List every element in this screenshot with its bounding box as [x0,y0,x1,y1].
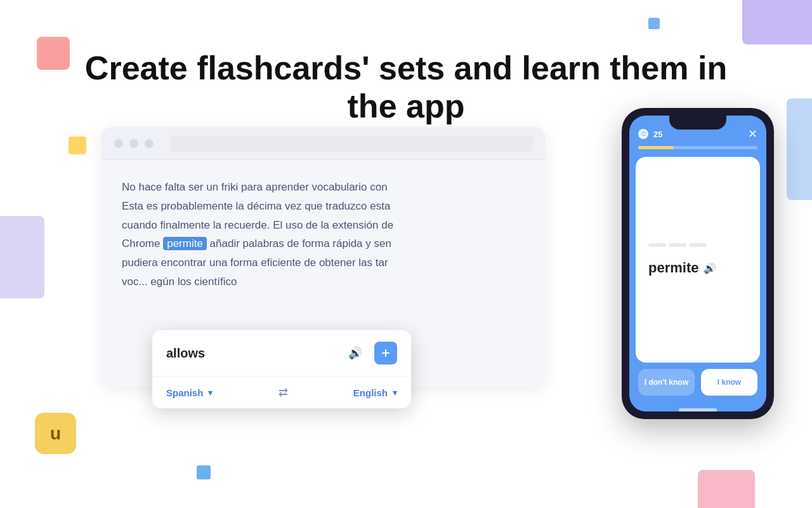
phone-progress-bar [638,146,757,149]
phone-mockup: ⏱ 25 ✕ permite 🔊 I don't know I know [622,108,774,419]
browser-text-line1: No hace falta ser un friki para aprender… [122,178,525,197]
deco-blue-dot [648,18,660,29]
card-dot-2 [669,243,686,247]
card-dots [648,243,707,247]
phone-home-indicator [679,408,717,411]
translation-popup: allows 🔊 Spanish ▾ ⇄ English ▾ [152,330,411,408]
deco-lavender-rect [0,216,44,298]
phone-screen: ⏱ 25 ✕ permite 🔊 I don't know I know [629,116,766,411]
highlighted-word[interactable]: permite [163,237,207,250]
deco-pink-square [37,37,70,70]
dont-know-button[interactable]: I don't know [638,369,695,396]
source-lang-chevron-icon: ▾ [208,388,213,398]
deco-pink-br [698,470,755,508]
browser-text-line6: voc... egún los científico [122,272,525,291]
source-language-selector[interactable]: Spanish ▾ [166,387,213,398]
browser-url-bar[interactable] [170,135,533,152]
popup-add-button[interactable] [374,342,397,364]
phone-bottom-buttons: I don't know I know [629,363,766,406]
browser-text-line4: Chrome permite añadir palabras de forma … [122,234,525,253]
browser-content: No hace falta ser un friki para aprender… [102,160,546,309]
phone-notch [669,116,726,130]
card-dot-3 [689,243,707,247]
phone-flashcard[interactable]: permite 🔊 [636,157,760,363]
browser-text-line2: Esta es probablemente la décima vez que … [122,197,525,216]
popup-lang-row: Spanish ▾ ⇄ English ▾ [152,377,411,408]
card-dot-1 [648,243,666,247]
browser-bar [102,127,546,160]
target-language-label: English [353,387,388,398]
swap-languages-button[interactable]: ⇄ [278,385,288,399]
know-button[interactable]: I know [701,369,757,396]
browser-dot-1 [114,139,123,148]
deco-yellow-square [69,137,86,154]
target-language-selector[interactable]: English ▾ [353,387,397,398]
browser-dot-3 [145,139,154,148]
source-language-label: Spanish [166,387,203,398]
deco-blue-right [787,98,812,200]
popup-translation-row: allows 🔊 [152,330,411,377]
deco-purple-rect [742,0,812,44]
browser-text-line5: pudiera encontrar una forma eficiente de… [122,253,525,272]
timer-icon: ⏱ [638,129,648,139]
phone-close-button[interactable]: ✕ [748,127,757,141]
flashcard-word: permite 🔊 [648,260,716,276]
timer-value: 25 [653,130,662,139]
browser-dot-2 [129,139,138,148]
popup-sound-button[interactable]: 🔊 [344,342,367,364]
browser-text-line3: cuando finalmente la recuerde. El uso de… [122,216,525,235]
svg-rect-1 [382,352,390,354]
popup-translated-word: allows [166,346,336,361]
u-badge: u [35,413,76,454]
flashcard-sound-icon[interactable]: 🔊 [704,262,716,274]
plus-icon [381,348,391,358]
deco-blue-dot-bl [197,465,211,479]
phone-progress-fill [638,146,674,149]
target-lang-chevron-icon: ▾ [393,388,397,398]
